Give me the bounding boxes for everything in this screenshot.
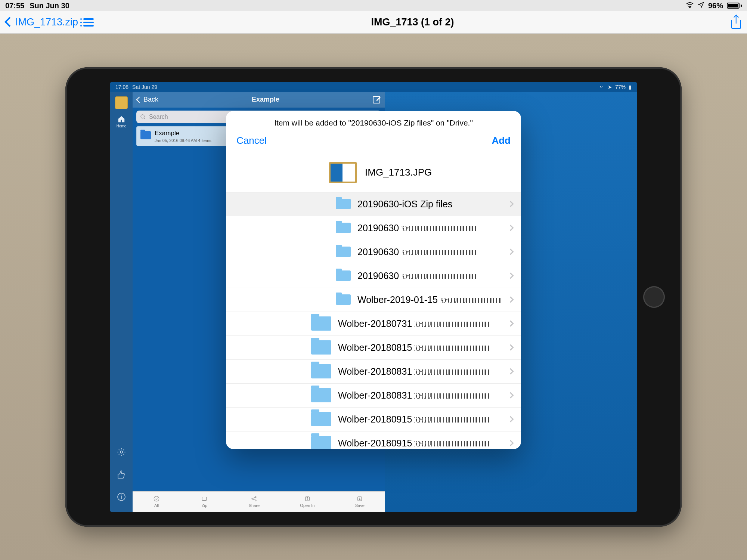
app-logo-icon[interactable]	[115, 96, 128, 109]
outer-ipad-screenshot: 07:55 Sun Jun 30 96% IMG_1713.zip IMG_17…	[0, 0, 747, 560]
chevron-right-icon	[508, 440, 514, 446]
folder-item[interactable]: 20190630-iOS Zip files	[226, 192, 521, 216]
svg-point-9	[255, 496, 256, 498]
toolbar-zip[interactable]: Zip	[201, 495, 208, 508]
folder-list[interactable]: 20190630-iOS Zip files201906302019063020…	[226, 192, 521, 449]
battery-icon	[727, 3, 742, 9]
page-title: IMG_1713 (1 of 2)	[371, 16, 454, 28]
panel-toolbar: All Zip Share Open In Save	[133, 491, 385, 512]
folder-label: 20190630	[357, 223, 502, 233]
inner-status-bar: 17:08 Sat Jun 29 ᯤ ➤ 77% ▮	[110, 82, 637, 92]
folder-item[interactable]: Wolber-2019-01-15	[226, 288, 521, 312]
file-name: Example	[155, 130, 211, 137]
panel-title: Example	[252, 96, 279, 103]
chevron-right-icon	[508, 368, 514, 375]
folder-item[interactable]: Wolber-20180815	[226, 336, 521, 360]
list-icon[interactable]	[83, 18, 94, 27]
chevron-right-icon	[508, 416, 514, 423]
toolbar-open-in[interactable]: Open In	[300, 495, 314, 508]
add-button[interactable]: Add	[492, 135, 511, 146]
outer-status-date: Sun Jun 30	[30, 1, 69, 10]
folder-label: Wolber-20180915	[338, 438, 502, 449]
chevron-right-icon	[508, 321, 514, 327]
svg-point-3	[121, 495, 122, 495]
folder-label: Wolber-20180815	[338, 342, 502, 353]
folder-label: Wolber-20180831	[338, 390, 502, 401]
folder-item[interactable]: 20190630	[226, 264, 521, 288]
share-button[interactable]	[731, 16, 741, 29]
chevron-right-icon	[508, 273, 514, 279]
svg-point-6	[154, 496, 159, 501]
folder-label: Wolber-20180731	[338, 318, 502, 329]
svg-point-8	[252, 498, 253, 499]
folder-item[interactable]: Wolber-20180915	[226, 431, 521, 449]
folder-item[interactable]: Wolber-20180731	[226, 312, 521, 336]
outer-status-time: 07:55	[5, 1, 24, 10]
folder-label: Wolber-20180915	[338, 414, 502, 425]
thumbs-up-icon[interactable]	[117, 470, 126, 479]
folder-label: 20190630	[357, 247, 502, 257]
folder-icon	[311, 364, 331, 378]
toolbar-save[interactable]: Save	[355, 495, 365, 508]
add-to-drive-modal: Item will be added to "20190630-iOS Zip …	[226, 111, 521, 449]
modal-message: Item will be added to "20190630-iOS Zip …	[226, 111, 521, 130]
svg-line-5	[144, 118, 145, 119]
folder-item[interactable]: Wolber-20180831	[226, 360, 521, 384]
redacted-text	[401, 226, 476, 231]
redacted-text	[401, 274, 476, 279]
redacted-text	[414, 393, 489, 399]
toolbar-share[interactable]: Share	[249, 495, 260, 508]
photo-viewer[interactable]: 17:08 Sat Jun 29 ᯤ ➤ 77% ▮	[0, 34, 747, 560]
file-meta: Jan 05, 2016 09:46 AM 4 items	[155, 138, 211, 143]
folder-icon	[311, 340, 331, 355]
folder-icon	[336, 199, 351, 209]
chevron-right-icon	[508, 392, 514, 399]
folder-icon	[311, 412, 331, 426]
toolbar-all[interactable]: All	[153, 495, 160, 508]
wifi-icon	[686, 1, 694, 10]
folder-label: 20190630-iOS Zip files	[357, 199, 502, 210]
inner-status-time: 17:08	[115, 84, 128, 90]
svg-point-0	[120, 451, 123, 453]
folder-icon	[140, 131, 151, 139]
app-icon-rail: Home	[110, 92, 133, 512]
folder-icon	[336, 247, 351, 257]
redacted-text	[401, 250, 476, 255]
file-thumbnail	[329, 162, 357, 183]
file-preview-name: IMG_1713.JPG	[365, 167, 432, 178]
panel-back-button[interactable]: Back	[137, 96, 158, 103]
svg-point-10	[255, 500, 256, 501]
compose-icon[interactable]	[373, 96, 380, 103]
gear-icon[interactable]	[117, 448, 126, 457]
outer-nav-bar: IMG_1713.zip IMG_1713 (1 of 2)	[0, 11, 747, 34]
folder-item[interactable]: Wolber-20180915	[226, 408, 521, 431]
redacted-text	[414, 322, 489, 327]
file-preview-row: IMG_1713.JPG	[226, 155, 521, 192]
folder-icon	[311, 388, 331, 402]
home-tab[interactable]: Home	[117, 115, 127, 128]
redacted-text	[414, 441, 489, 446]
inner-battery-pct: 77%	[615, 84, 626, 90]
folder-icon	[336, 294, 351, 305]
chevron-right-icon	[508, 344, 514, 351]
inner-status-date: Sat Jun 29	[132, 84, 157, 90]
location-icon: ➤	[608, 84, 612, 90]
folder-label: Wolber-2019-01-15	[357, 294, 502, 305]
photographed-ipad: 17:08 Sat Jun 29 ᯤ ➤ 77% ▮	[65, 67, 682, 527]
redacted-text	[414, 417, 489, 423]
chevron-right-icon	[508, 201, 514, 207]
svg-point-4	[141, 115, 144, 118]
cancel-button[interactable]: Cancel	[236, 135, 267, 146]
chevron-right-icon	[508, 225, 514, 231]
folder-item[interactable]: 20190630	[226, 216, 521, 240]
redacted-text	[440, 298, 502, 303]
folder-item[interactable]: Wolber-20180831	[226, 384, 521, 408]
folder-icon	[336, 270, 351, 281]
back-button[interactable]: IMG_1713.zip	[6, 16, 78, 28]
redacted-text	[414, 346, 489, 351]
folder-label: 20190630	[357, 270, 502, 281]
folder-item[interactable]: 20190630	[226, 240, 521, 264]
battery-icon: ▮	[629, 84, 632, 90]
info-icon[interactable]	[117, 492, 126, 501]
chevron-right-icon	[508, 297, 514, 303]
